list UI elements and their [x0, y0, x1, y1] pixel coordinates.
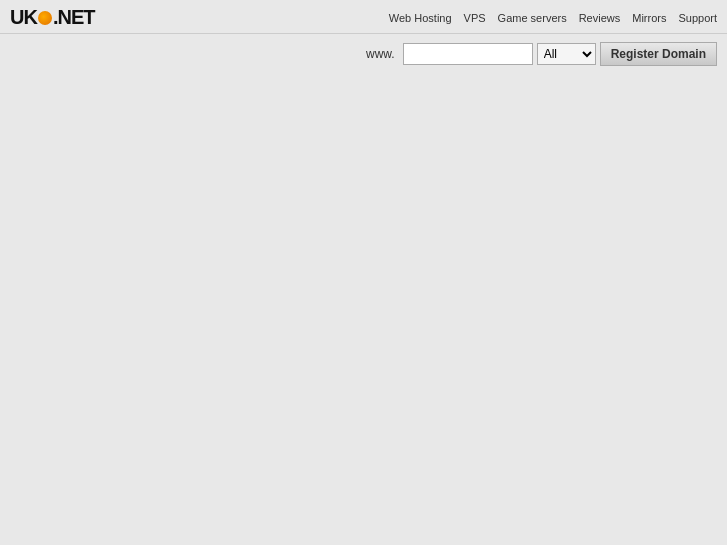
nav-vps[interactable]: VPS — [464, 12, 486, 24]
main-content — [0, 74, 727, 94]
www-label: www. — [366, 47, 395, 61]
domain-input[interactable] — [403, 43, 533, 65]
site-header: UK.NET Web Hosting VPS Game servers Revi… — [0, 0, 727, 34]
nav-reviews[interactable]: Reviews — [579, 12, 621, 24]
domain-extension-select[interactable]: All .co.uk .com .net .org .uk — [537, 43, 596, 65]
register-domain-button[interactable]: Register Domain — [600, 42, 717, 66]
nav-game-servers[interactable]: Game servers — [498, 12, 567, 24]
site-logo: UK.NET — [10, 6, 94, 29]
nav-support[interactable]: Support — [678, 12, 717, 24]
main-nav: Web Hosting VPS Game servers Reviews Mir… — [389, 12, 717, 24]
logo-net: .NET — [53, 6, 95, 28]
domain-registration-bar: www. All .co.uk .com .net .org .uk Regis… — [0, 34, 727, 74]
logo-uk: UK — [10, 6, 37, 28]
nav-mirrors[interactable]: Mirrors — [632, 12, 666, 24]
logo-circle-icon — [38, 11, 52, 25]
nav-web-hosting[interactable]: Web Hosting — [389, 12, 452, 24]
